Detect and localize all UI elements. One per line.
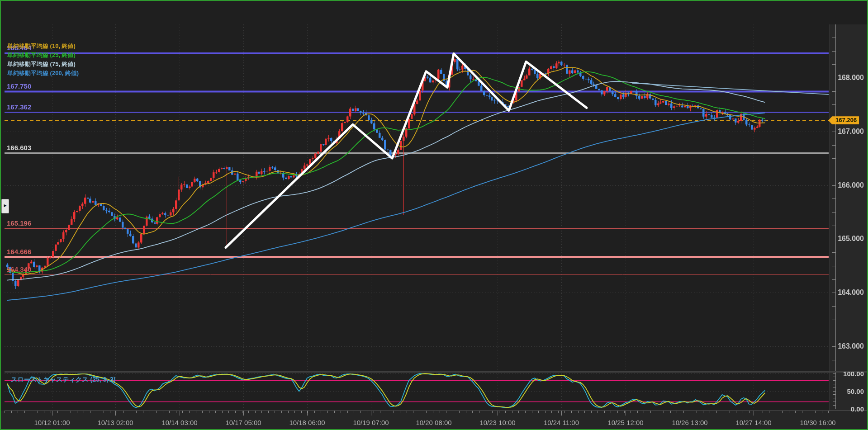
sidebar-expand-button[interactable]: ▶ — [1, 199, 9, 213]
legend-item-sma-75: 単純移動平均線 (75, 終値) — [7, 60, 79, 69]
current-price-badge: 167.206 — [828, 116, 859, 124]
chart-canvas[interactable] — [1, 1, 868, 430]
legend-item-sma-25: 単純移動平均線 (25, 終値) — [7, 51, 79, 60]
legend-item-sma-10: 単純移動平均線 (10, 終値) — [7, 42, 79, 51]
stochastics-label: スローストキャスティクス (25, 3, 3) — [11, 376, 116, 384]
ma-legend: 単純移動平均線 (10, 終値)単純移動平均線 (25, 終値)単純移動平均線 … — [7, 42, 79, 78]
legend-item-sma-200: 単純移動平均線 (200, 終値) — [7, 69, 79, 78]
chart-window: CHF/JPY 1時間 BID ? ✕ ▼ ▶ 168.464167.75016… — [0, 0, 868, 430]
